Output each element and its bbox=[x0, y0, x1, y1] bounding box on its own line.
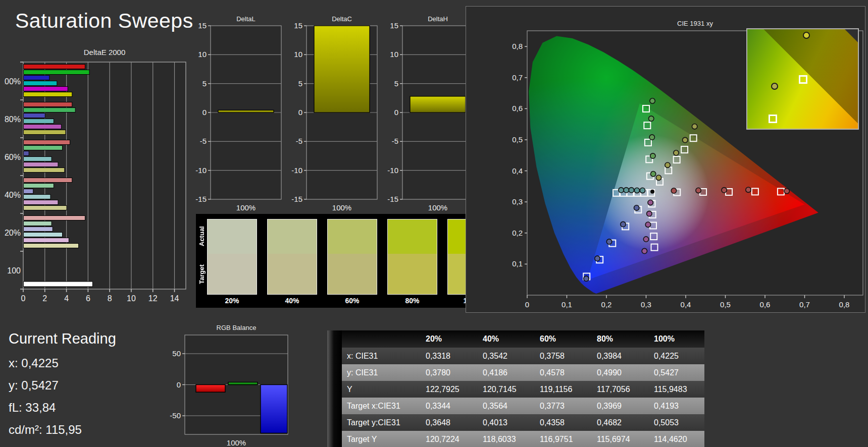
deltah-chart-plot: 151050-5-10-15100% bbox=[383, 11, 479, 213]
cie-measured-magenta bbox=[648, 200, 653, 205]
cie-measured-red bbox=[722, 188, 727, 193]
swatch-target-color bbox=[268, 254, 317, 294]
current-reading-line: fL: 33,84 bbox=[9, 397, 160, 419]
inset-circle-marker bbox=[803, 32, 810, 39]
deltae-bar-red bbox=[24, 140, 70, 145]
swatch-label: 80% bbox=[387, 297, 437, 305]
cie-measured-cyan bbox=[640, 188, 645, 193]
deltae-bar-yellow bbox=[24, 130, 66, 135]
swatch-60% bbox=[327, 219, 377, 295]
axis-label: 50 bbox=[172, 349, 181, 358]
table-cell: 0,3542 bbox=[476, 352, 533, 361]
table-row-corner bbox=[327, 364, 342, 381]
table-row-label: Target x:CIE31 bbox=[342, 402, 419, 411]
table-cell: 0,3564 bbox=[476, 402, 533, 411]
table-row-corner bbox=[327, 381, 342, 398]
table-row-corner bbox=[327, 398, 342, 414]
table-cell: 0,3773 bbox=[533, 402, 590, 411]
deltae-bar-magenta bbox=[24, 87, 68, 91]
deltac-chart: DeltaC 151050-5-10-15100% bbox=[287, 11, 383, 213]
cie-measured-green bbox=[650, 153, 655, 158]
table-cell: 0,3318 bbox=[419, 352, 476, 361]
rgb-bar-green bbox=[228, 382, 258, 385]
deltae-bar-green bbox=[24, 70, 90, 75]
axis-label: 5 bbox=[394, 79, 398, 88]
deltae-bar-magenta bbox=[24, 125, 62, 129]
table-row: Target x:CIE310,33440,35640,37730,39690,… bbox=[327, 398, 704, 414]
inset-square-marker bbox=[769, 115, 777, 123]
axis-label: 0,6 bbox=[760, 300, 771, 309]
deltae-bar-cyan bbox=[24, 81, 57, 86]
cie-measured-magenta bbox=[642, 248, 647, 253]
cie-measured-magenta bbox=[645, 222, 650, 227]
axis-label: -10 bbox=[387, 166, 398, 175]
cie-measured-green bbox=[649, 135, 654, 140]
cie-measured-green bbox=[649, 116, 654, 121]
table-corner-cell bbox=[327, 330, 342, 348]
axis-label: 0,2 bbox=[601, 300, 612, 309]
deltae-bar-red bbox=[24, 65, 85, 69]
axis-label: 0,7 bbox=[799, 300, 810, 309]
deltac-chart-plot: 151050-5-10-15100% bbox=[287, 11, 383, 213]
axis-label: 10 bbox=[127, 294, 136, 303]
axis-label: 100% bbox=[4, 77, 21, 86]
axis-label: 0 bbox=[177, 380, 181, 389]
axis-label: -10 bbox=[291, 166, 302, 175]
axis-label: -15 bbox=[387, 195, 398, 203]
table-row: Target y:CIE310,36480,40130,43580,46820,… bbox=[327, 414, 704, 431]
deltae-bar-green bbox=[24, 146, 63, 150]
table-row-label: x: CIE31 bbox=[342, 352, 419, 361]
table-cell: 0,4578 bbox=[533, 368, 590, 377]
table-header-cell: 60% bbox=[533, 334, 590, 344]
axis-label: -15 bbox=[291, 195, 302, 203]
axis-label: -15 bbox=[195, 195, 207, 203]
table-cell: 0,4186 bbox=[476, 368, 533, 377]
table-row-label: Y bbox=[342, 385, 419, 394]
axis-label: 5 bbox=[298, 79, 302, 88]
axis-label: 0,1 bbox=[512, 259, 523, 268]
axis-label: 20% bbox=[5, 229, 21, 237]
table-cell: 115,6974 bbox=[590, 435, 647, 444]
table-cell: 0,5427 bbox=[647, 368, 704, 377]
axis-label: 100% bbox=[332, 203, 351, 212]
deltae-bar-yellow bbox=[24, 206, 67, 210]
cie-measured-blue bbox=[595, 256, 600, 261]
axis-label: -5 bbox=[392, 137, 398, 145]
deltae-bar-blue bbox=[24, 151, 29, 156]
swatch-actual-color bbox=[268, 219, 317, 254]
swatch-40% bbox=[267, 219, 317, 295]
swatch-target-color bbox=[208, 254, 257, 294]
axis-label: 5 bbox=[202, 79, 207, 88]
cie-zoom-inset bbox=[746, 28, 859, 130]
rgb-bar-blue bbox=[261, 385, 287, 433]
cie-measured-cyan bbox=[634, 188, 639, 193]
axis-label: 0,6 bbox=[512, 104, 523, 113]
swatch-target-color bbox=[388, 254, 437, 294]
deltae-bar-cyan bbox=[24, 157, 52, 161]
table-header-cell: 80% bbox=[590, 334, 647, 344]
measurement-table: 20%40%60%80%100%x: CIE310,33180,35420,37… bbox=[327, 330, 704, 447]
axis-label: 0,5 bbox=[512, 135, 523, 144]
axis-label: 0,8 bbox=[839, 300, 850, 309]
axis-label: 8 bbox=[108, 294, 112, 303]
table-cell: 120,7145 bbox=[476, 385, 533, 394]
table-cell: 118,6033 bbox=[476, 435, 533, 444]
deltae-bar-green bbox=[24, 221, 52, 226]
cie-measured-green bbox=[650, 172, 655, 177]
deltal-chart: DeltaL 151050-5-10-15100% bbox=[191, 11, 287, 213]
calibration-report: Saturation Sweeps DeltaE 2000 100%80%60%… bbox=[0, 0, 868, 447]
table-cell: 119,1156 bbox=[533, 385, 590, 394]
axis-label: 40% bbox=[5, 191, 21, 199]
swatch-row-label-target: Target bbox=[197, 254, 206, 295]
axis-label: 0 bbox=[394, 108, 398, 117]
deltae-bar-red bbox=[24, 178, 72, 183]
table-cell: 0,3969 bbox=[590, 402, 647, 411]
swatch-row-label-actual: Actual bbox=[197, 219, 206, 254]
rgb-balance-chart: RGB Balance 500-50100% bbox=[167, 323, 296, 447]
cie-measured-cyan bbox=[629, 188, 634, 193]
axis-label: -10 bbox=[195, 166, 207, 175]
cie-measured-yellow bbox=[674, 150, 679, 155]
table-row: Y122,7925120,7145119,1156117,7056115,948… bbox=[327, 381, 704, 398]
cie-measured-red bbox=[671, 188, 676, 193]
axis-label: 0,7 bbox=[512, 73, 523, 82]
